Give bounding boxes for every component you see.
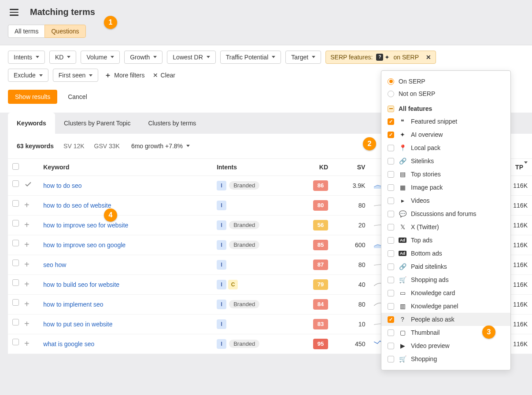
feature-videos[interactable]: ▸Videos [381, 194, 510, 207]
remove-filter-icon[interactable]: ✕ [426, 54, 431, 61]
caret-icon [312, 56, 315, 58]
feature-label: Bottom ads [411, 250, 442, 257]
feature-video_preview[interactable]: ▶Video preview [381, 339, 510, 352]
filter-traffic-potential[interactable]: Traffic Potential [220, 51, 281, 64]
feature-sitelinks[interactable]: 🔗Sitelinks [381, 154, 510, 168]
caret-icon [272, 56, 275, 58]
caret-icon [207, 56, 210, 58]
row-checkbox[interactable] [12, 200, 19, 207]
row-checkbox[interactable] [12, 260, 19, 266]
intent-informational-icon: I [217, 339, 226, 349]
filter-serp-features[interactable]: SERP features: ? ✦ on SERP ✕ [325, 51, 436, 64]
intent-informational-icon: I [217, 300, 226, 309]
keyword-link[interactable]: seo how [43, 261, 66, 268]
add-keyword-button[interactable]: + [22, 319, 30, 329]
radio-icon [388, 91, 394, 97]
caret-icon [111, 56, 114, 58]
col-intents[interactable]: Intents [212, 158, 299, 176]
feature-shopping_ads[interactable]: 🛒Shopping ads [381, 273, 510, 286]
radio-on-serp[interactable]: On SERP [381, 75, 510, 88]
caret-icon [67, 56, 70, 58]
feature-shopping[interactable]: 🛒Shopping [381, 352, 510, 354]
feature-x_twitter[interactable]: 𝕏X (Twitter) [381, 220, 510, 234]
col-keyword[interactable]: Keyword [39, 158, 212, 176]
feature-bottom_ads[interactable]: AdBottom ads [381, 247, 510, 260]
row-checkbox[interactable] [12, 220, 19, 227]
feature-paid_sitelinks[interactable]: 🔗Paid sitelinks [381, 260, 510, 273]
intent-informational-icon: I [217, 220, 226, 230]
select-all-checkbox[interactable] [12, 163, 19, 170]
feature-top_stories[interactable]: ▤Top stories [381, 168, 510, 181]
row-checkbox[interactable] [12, 279, 19, 286]
row-checkbox[interactable] [12, 240, 19, 246]
menu-icon[interactable] [10, 7, 18, 18]
more-filters-button[interactable]: ＋More filters [103, 68, 146, 83]
feature-knowledge_card[interactable]: ▭Knowledge card [381, 286, 510, 300]
sv-total: SV 12K [63, 143, 84, 150]
row-checkbox[interactable] [12, 319, 19, 326]
tab-clusters-parent[interactable]: Clusters by Parent Topic [55, 113, 139, 134]
ad-icon: Ad [399, 236, 406, 244]
feature-local_pack[interactable]: 📍Local pack [381, 141, 510, 154]
keyword-link[interactable]: how to put seo in website [43, 321, 112, 328]
col-sv[interactable]: SV [332, 158, 369, 176]
feature-top_ads[interactable]: AdTop ads [381, 234, 510, 247]
keyword-link[interactable]: how to do seo [43, 182, 81, 189]
filter-exclude[interactable]: Exclude [8, 69, 48, 82]
row-checkbox[interactable] [12, 180, 19, 187]
add-keyword-button[interactable]: + [22, 260, 30, 270]
feature-featured_snippet[interactable]: ❝Featured snippet [381, 115, 510, 128]
feature-discussions[interactable]: 💬Discussions and forums [381, 207, 510, 220]
keyword-link[interactable]: how to improve seo on google [43, 241, 126, 249]
tab-questions[interactable]: Questions [44, 25, 85, 38]
filter-intents[interactable]: Intents [8, 51, 45, 64]
add-keyword-button[interactable]: + [22, 339, 30, 349]
all-features-toggle[interactable]: All features [381, 102, 510, 115]
feature-people_also_ask[interactable]: ?People also ask [381, 313, 510, 326]
row-checkbox[interactable] [12, 339, 19, 345]
checkbox-icon [388, 303, 394, 310]
feature-label: Featured snippet [411, 118, 457, 125]
checkbox-icon [388, 132, 394, 138]
add-keyword-button[interactable] [22, 180, 32, 190]
filter-volume[interactable]: Volume [81, 51, 120, 64]
tab-keywords[interactable]: Keywords [8, 113, 55, 134]
feature-ai_overview[interactable]: ✦AI overview [381, 128, 510, 141]
sv-cell: 450 [332, 334, 369, 354]
add-keyword-button[interactable]: + [22, 279, 30, 289]
thumb-icon: ▢ [399, 329, 406, 336]
filter-growth[interactable]: Growth [124, 51, 163, 64]
filter-first-seen[interactable]: First seen [53, 69, 98, 82]
kd-badge: 85 [313, 240, 328, 250]
keyword-link[interactable]: how to do seo of website [43, 202, 111, 209]
filter-target[interactable]: Target [285, 51, 321, 64]
row-checkbox[interactable] [12, 299, 19, 306]
keyword-link[interactable]: what is google seo [43, 340, 94, 347]
intents-cell: IC [212, 274, 299, 294]
growth-selector[interactable]: 6mo growth +7.8% [129, 140, 192, 152]
panel-icon: ▥ [399, 302, 406, 310]
keyword-link[interactable]: how to implement seo [43, 301, 103, 308]
keyword-link[interactable]: how to improve seo for website [43, 222, 128, 229]
keyword-link[interactable]: how to build seo for website [43, 281, 119, 288]
plus-icon: ＋ [104, 71, 111, 80]
branded-badge: Branded [229, 241, 259, 249]
feature-image_pack[interactable]: ▦Image pack [381, 181, 510, 194]
add-keyword-button[interactable]: + [22, 220, 30, 230]
clear-filters-button[interactable]: ✕Clear [151, 69, 177, 81]
add-keyword-button[interactable]: + [22, 240, 30, 250]
filter-lowest-dr[interactable]: Lowest DR [167, 51, 215, 64]
show-results-button[interactable]: Show results [8, 90, 57, 104]
radio-not-on-serp[interactable]: Not on SERP [381, 88, 510, 100]
cancel-button[interactable]: Cancel [65, 93, 90, 101]
term-tabs: All terms Questions [8, 25, 86, 38]
intent-informational-icon: I [217, 181, 226, 190]
col-kd[interactable]: KD [299, 158, 332, 176]
filter-kd[interactable]: KD [49, 51, 76, 64]
add-keyword-button[interactable]: + [22, 299, 30, 309]
kd-badge: 56 [313, 220, 328, 230]
tab-clusters-terms[interactable]: Clusters by terms [139, 113, 205, 134]
feature-knowledge_panel[interactable]: ▥Knowledge panel [381, 300, 510, 313]
tab-all-terms[interactable]: All terms [8, 25, 44, 38]
add-keyword-button[interactable]: + [22, 200, 30, 210]
